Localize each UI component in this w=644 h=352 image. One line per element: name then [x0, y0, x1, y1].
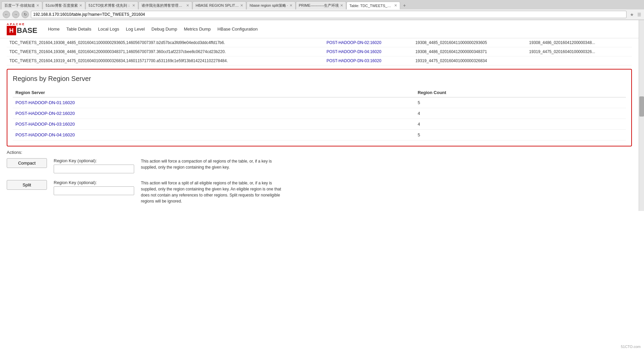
nav-link-debug-dump[interactable]: Debug Dump	[152, 27, 177, 32]
close-icon[interactable]: ✕	[36, 3, 39, 8]
row-end-cell: 19319_4475_02016040100000326...	[527, 47, 632, 56]
main-content: TDC_TWEETS_201604,19308_4485_02016041100…	[0, 38, 639, 211]
tab-label: 51cto博客·百度搜索	[46, 3, 78, 8]
browser-tab-tab2[interactable]: 51cto博客·百度搜索✕	[43, 1, 85, 9]
region-server-link[interactable]: POST-HADOOP-DN-04:16020	[15, 132, 75, 137]
hbase-nav: APACHE H BASE HomeTable DetailsLocal Log…	[0, 20, 639, 38]
compact-field-label: Region Key (optional):	[54, 158, 134, 163]
region-count-cell: 4	[415, 108, 626, 119]
regions-table-row: POST-HADOOP-DN-01:16020 5	[13, 97, 626, 108]
regions-table-row: POST-HADOOP-DN-04:16020 5	[13, 130, 626, 140]
browser-tab-tab8[interactable]: Table: TDC_TWEETS_201604✕	[346, 2, 400, 9]
close-icon[interactable]: ✕	[289, 3, 292, 8]
tab-label: PRIME-----------生产环境	[299, 3, 339, 8]
close-icon[interactable]: ✕	[186, 3, 189, 8]
row-server-cell: POST-HADOOP-DN-03:16020	[324, 56, 413, 65]
region-server-link[interactable]: POST-HADOOP-DN-02:16020	[15, 111, 75, 116]
regions-table-row: POST-HADOOP-DN-02:16020 4	[13, 108, 626, 119]
row-key-cell: TDC_TWEETS_201604,19308_4485_02016041100…	[7, 38, 324, 47]
reload-button[interactable]: ↻	[21, 11, 29, 18]
close-icon[interactable]: ✕	[79, 3, 82, 8]
region-server-link[interactable]: POST-HADOOP-DN-01:16020	[15, 100, 75, 105]
region-data-table: TDC_TWEETS_201604,19308_4485_02016041100…	[7, 38, 632, 65]
nav-link-metrics-dump[interactable]: Metrics Dump	[184, 27, 211, 32]
back-button[interactable]: ←	[3, 11, 10, 18]
split-field-label: Region Key (optional):	[54, 180, 134, 185]
nav-link-home[interactable]: Home	[48, 27, 60, 32]
scrollbar[interactable]	[639, 20, 644, 211]
region-server-cell: POST-HADOOP-DN-03:16020	[13, 119, 415, 130]
compact-action-row: Compact Region Key (optional): This acti…	[7, 158, 632, 173]
table-row: TDC_TWEETS_201604,19308_4486_02016041200…	[7, 47, 632, 56]
compact-region-key-input[interactable]	[54, 165, 134, 173]
split-action-row: Split Region Key (optional): This action…	[7, 180, 632, 204]
tab-label: Table: TDC_TWEETS_201604	[350, 4, 393, 8]
browser-tab-tab4[interactable]: 谁伴我沦落的博客管理后：✕	[139, 1, 192, 9]
regions-title: Regions by Region Server	[13, 75, 626, 83]
browser-tab-tab5[interactable]: HBASE REGION SPLIT优化：✕	[193, 1, 246, 9]
tab-label: 百度一下·你就知道	[4, 3, 35, 8]
nav-link-table-details[interactable]: Table Details	[66, 27, 91, 32]
row-start-cell: 19308_4486_020160412000000348371	[413, 47, 526, 56]
browser-tab-tab1[interactable]: 百度一下·你就知道✕	[1, 1, 42, 9]
region-server-cell: POST-HADOOP-DN-01:16020	[13, 97, 415, 108]
address-bar: ← → ↻ ★ ☰	[0, 9, 644, 20]
row-key-cell: TDC_TWEETS_201604,19319_4475_02016040100…	[7, 56, 324, 65]
close-icon[interactable]: ✕	[394, 3, 397, 8]
actions-section: Actions: Compact Region Key (optional): …	[7, 150, 632, 204]
regions-table: Region Server Region Count POST-HADOOP-D…	[13, 88, 626, 140]
hbase-logo: APACHE H BASE	[7, 23, 38, 35]
region-count-cell: 5	[415, 97, 626, 108]
col-header-count: Region Count	[415, 88, 626, 97]
row-start-cell: 19308_4485_020160411000000293605	[413, 38, 526, 47]
page-wrapper: APACHE H BASE HomeTable DetailsLocal Log…	[0, 20, 644, 211]
regions-table-row: POST-HADOOP-DN-03:16020 4	[13, 119, 626, 130]
apache-text: APACHE	[7, 23, 37, 26]
row-server-cell: POST-HADOOP-DN-04:16020	[324, 47, 413, 56]
compact-description: This action will force a compaction of a…	[141, 158, 288, 170]
table-row: TDC_TWEETS_201604,19319_4475_02016040100…	[7, 56, 632, 65]
browser-tab-tab7[interactable]: PRIME-----------生产环境✕	[296, 1, 346, 9]
new-tab-button[interactable]: +	[400, 1, 409, 9]
tab-label: HBASE REGION SPLIT优化：	[196, 3, 239, 8]
menu-icon[interactable]: ☰	[637, 12, 641, 17]
split-region-key-input[interactable]	[54, 186, 134, 195]
region-server-cell: POST-HADOOP-DN-04:16020	[13, 130, 415, 140]
compact-button[interactable]: Compact	[7, 158, 47, 168]
close-icon[interactable]: ✕	[132, 3, 135, 8]
browser-chrome: 百度一下·你就知道✕51cto博客·百度搜索✕51CTO技术博客·优先到：✕谁伴…	[0, 0, 644, 20]
split-middle: Region Key (optional):	[54, 180, 134, 195]
server-link[interactable]: POST-HADOOP-DN-04:16020	[326, 49, 381, 54]
close-icon[interactable]: ✕	[340, 3, 343, 8]
compact-middle: Region Key (optional):	[54, 158, 134, 173]
region-server-link[interactable]: POST-HADOOP-DN-03:16020	[15, 122, 75, 127]
tab-label: 谁伴我沦落的博客管理后：	[142, 3, 185, 8]
scrollbar-thumb[interactable]	[639, 96, 644, 117]
bookmark-icon[interactable]: ★	[630, 12, 634, 17]
row-key-cell: TDC_TWEETS_201604,19308_4486_02016041200…	[7, 47, 324, 56]
region-count-cell: 4	[415, 119, 626, 130]
tab-label: 51CTO技术博客·优先到：	[89, 3, 131, 8]
nav-link-hbase-configuration[interactable]: HBase Configuration	[217, 27, 258, 32]
table-row: TDC_TWEETS_201604,19308_4485_02016041100…	[7, 38, 632, 47]
address-input[interactable]	[31, 11, 627, 18]
server-link[interactable]: POST-HADOOP-DN-02:16020	[326, 40, 381, 45]
regions-box: Regions by Region Server Region Server R…	[7, 69, 632, 146]
tab-bar: 百度一下·你就知道✕51cto博客·百度搜索✕51CTO技术博客·优先到：✕谁伴…	[0, 0, 644, 9]
split-description: This action will force a split of all el…	[141, 180, 288, 204]
col-header-server: Region Server	[13, 88, 415, 97]
nav-link-log-level[interactable]: Log Level	[126, 27, 145, 32]
split-button[interactable]: Split	[7, 180, 47, 190]
actions-title: Actions:	[7, 150, 632, 155]
server-link[interactable]: POST-HADOOP-DN-03:16020	[326, 58, 381, 63]
hbase-logo-text: BASE	[17, 26, 37, 35]
browser-tab-tab6[interactable]: hbase region split策略 ·✕	[247, 1, 295, 9]
close-icon[interactable]: ✕	[240, 3, 243, 8]
forward-button[interactable]: →	[12, 11, 19, 18]
nav-link-local-logs[interactable]: Local Logs	[98, 27, 119, 32]
browser-tab-tab3[interactable]: 51CTO技术博客·优先到：✕	[86, 1, 138, 9]
page-content: APACHE H BASE HomeTable DetailsLocal Log…	[0, 20, 639, 211]
tab-label: hbase region split策略 ·	[250, 3, 288, 8]
hbase-logo-icon: H	[7, 26, 16, 35]
row-server-cell: POST-HADOOP-DN-02:16020	[324, 38, 413, 47]
